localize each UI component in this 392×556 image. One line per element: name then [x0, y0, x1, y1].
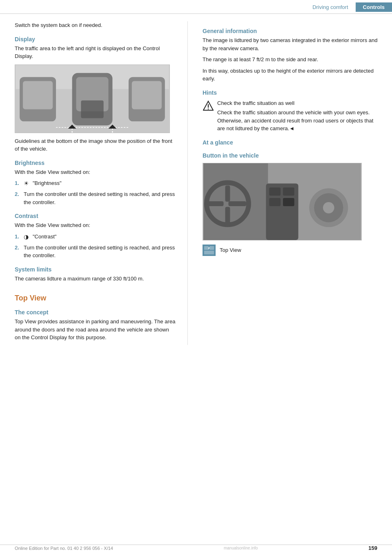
svg-rect-5 — [132, 81, 162, 109]
page-header: Driving comfort Controls — [0, 0, 392, 14]
topview-note: P Top View — [203, 245, 381, 256]
svg-rect-20 — [269, 187, 281, 196]
hint-text1: Check the traffic situation as well — [217, 99, 381, 107]
contrast-heading: Contrast — [15, 213, 176, 219]
svg-rect-35 — [204, 250, 214, 254]
svg-rect-3 — [23, 81, 53, 109]
contrast-step2-text: Turn the controller until the desired se… — [24, 244, 176, 260]
brightness-step2: 2. Turn the controller until the desired… — [15, 190, 176, 206]
general-info-heading: General information — [203, 28, 381, 34]
contrast-icon: ◑ — [24, 233, 33, 241]
at-a-glance-heading: At a glance — [203, 139, 381, 146]
contrast-intro: With the Side View switched on: — [15, 221, 176, 229]
topview-badge-icon: P — [203, 245, 216, 256]
brightness-step2-text: Turn the controller until the desired se… — [24, 190, 176, 206]
display-caption: Guidelines at the bottom of the image sh… — [15, 137, 176, 153]
contrast-step1-num: 1. — [15, 233, 24, 241]
brightness-intro: With the Side View switched on: — [15, 168, 176, 176]
svg-point-16 — [208, 108, 209, 109]
footer-page-number: 159 — [368, 545, 377, 551]
contrast-step1-text: "Contrast" — [33, 233, 56, 241]
main-content: Switch the system back on if needed. Dis… — [0, 14, 392, 345]
contrast-step1: 1. ◑ "Contrast" — [15, 233, 176, 241]
sun-icon: ☀ — [24, 179, 33, 188]
svg-point-26 — [323, 202, 334, 213]
left-column: Switch the system back on if needed. Dis… — [0, 21, 188, 345]
svg-rect-34 — [209, 246, 214, 249]
display-heading: Display — [15, 36, 176, 42]
contrast-step2-num: 2. — [15, 244, 24, 252]
footer-watermark: manualsonline.info — [224, 546, 258, 550]
svg-rect-21 — [283, 187, 294, 196]
header-driving-comfort: Driving comfort — [312, 4, 355, 10]
contrast-list: 1. ◑ "Contrast" 2. Turn the controller u… — [15, 233, 176, 260]
brightness-step1: 1. ☀ "Brightness" — [15, 179, 176, 188]
general-info-p3: In this way, obstacles up to the height … — [203, 67, 381, 83]
brightness-step1-num: 1. — [15, 179, 24, 187]
button-in-vehicle-heading: Button in the vehicle — [203, 152, 381, 159]
svg-text:P: P — [208, 247, 210, 250]
svg-rect-8 — [81, 100, 103, 118]
footer-copyright: Online Edition for Part no. 01 40 2 956 … — [15, 546, 113, 551]
page-footer: Online Edition for Part no. 01 40 2 956 … — [0, 545, 392, 551]
hints-heading: Hints — [203, 89, 381, 96]
svg-rect-28 — [225, 185, 230, 202]
intro-text: Switch the system back on if needed. — [15, 21, 176, 29]
svg-rect-22 — [269, 198, 281, 206]
display-text: The traffic area to the left and right i… — [15, 44, 176, 60]
topview-label: Top View — [220, 247, 241, 253]
brightness-step2-num: 2. — [15, 190, 24, 198]
contrast-step2: 2. Turn the controller until the desired… — [15, 244, 176, 260]
brightness-heading: Brightness — [15, 160, 176, 166]
general-info-p2: The range is at least 7 ft/2 m to the si… — [203, 56, 381, 64]
brightness-list: 1. ☀ "Brightness" 2. Turn the controller… — [15, 179, 176, 206]
vehicle-interior-image — [203, 163, 362, 240]
warning-text: Check the traffic situation as well Chec… — [217, 99, 381, 133]
system-limits-text: The cameras lidture a maximum range of 3… — [15, 275, 176, 283]
general-info-p1: The image is lidtured by two cameras int… — [203, 36, 381, 52]
svg-rect-31 — [228, 201, 246, 206]
warning-icon — [203, 100, 214, 111]
brightness-step1-text: "Brightness" — [33, 179, 62, 187]
top-view-heading: Top View — [15, 294, 176, 302]
system-limits-heading: System limits — [15, 266, 176, 273]
svg-rect-29 — [225, 207, 230, 223]
side-view-image — [15, 64, 170, 133]
warning-box: Check the traffic situation as well Chec… — [203, 99, 381, 133]
concept-text: Top View provides assistance in parking … — [15, 318, 176, 342]
right-column: General information The image is lidture… — [188, 21, 392, 345]
concept-heading: The concept — [15, 309, 176, 316]
svg-rect-23 — [283, 198, 294, 206]
header-controls: Controls — [356, 2, 392, 12]
svg-rect-30 — [207, 201, 224, 206]
hint-text2: Check the traffic situation around the v… — [217, 109, 381, 133]
